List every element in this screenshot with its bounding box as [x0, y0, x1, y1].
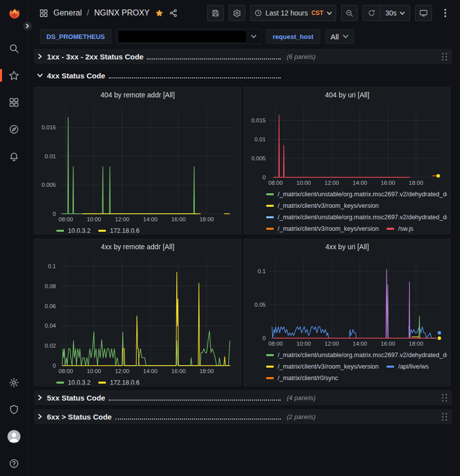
sidebar-item-dashboards[interactable]: [6, 95, 21, 110]
row-5xx[interactable]: 5xx Status Code (4 panels): [34, 390, 452, 405]
timezone-badge: CST: [311, 9, 323, 16]
svg-text:0: 0: [263, 174, 266, 180]
panel-title[interactable]: 4xx by uri [All]: [247, 239, 447, 254]
sidebar-item-alerting[interactable]: [6, 149, 21, 164]
timeseries-chart[interactable]: 08:0010:0012:0014:0016:0018:0000.020.040…: [37, 254, 237, 376]
sidebar-item-help[interactable]: [6, 456, 21, 471]
person-icon: [7, 430, 20, 443]
svg-text:0.1: 0.1: [258, 268, 266, 274]
legend-item[interactable]: /_matrix/client/unstable/org.matrix.msc2…: [266, 349, 447, 361]
legend-item[interactable]: /sw.js: [387, 223, 414, 234]
legend-label: /_matrix/client/unstable/org.matrix.msc2…: [278, 214, 447, 221]
svg-text:0.015: 0.015: [41, 124, 56, 130]
legend-item[interactable]: /_matrix/client/unstable/org.matrix.msc2…: [266, 384, 447, 386]
variable-dropdown-request-host[interactable]: All: [325, 29, 355, 44]
share-icon[interactable]: [169, 8, 178, 17]
tv-monitor-icon: [419, 8, 428, 17]
svg-text:0: 0: [263, 335, 266, 341]
chevron-down-icon: [251, 33, 257, 39]
panel-title[interactable]: 4xx by remote addr [All]: [37, 239, 238, 254]
legend-item[interactable]: 172.18.0.6: [98, 225, 139, 234]
legend-item[interactable]: /_matrix/client/v3/room_keys/version: [266, 223, 379, 234]
legend-item[interactable]: 10.0.3.2: [56, 225, 90, 234]
refresh-interval-dropdown[interactable]: 30s: [380, 5, 410, 20]
svg-text:18:00: 18:00: [199, 216, 214, 222]
sidebar-item-settings[interactable]: [6, 375, 21, 390]
legend-swatch: [266, 377, 274, 379]
refresh-button[interactable]: [363, 5, 380, 20]
legend-item[interactable]: /_matrix/client/v3/room_keys/version: [266, 361, 379, 372]
legend-item[interactable]: /_matrix/client/r0/sync: [266, 372, 338, 384]
dashboard-title[interactable]: NGINX PROXY: [94, 8, 149, 17]
expand-sidebar-button[interactable]: [22, 20, 33, 31]
variable-label-request-host[interactable]: request_host: [266, 29, 320, 44]
variable-label-ds-prometheus[interactable]: DS_PROMETHEUS: [40, 29, 111, 44]
legend-item[interactable]: /_matrix/client/unstable/org.matrix.msc2…: [266, 211, 447, 223]
timeseries-chart[interactable]: 08:0010:0012:0014:0016:0018:0000.050.1: [247, 254, 446, 348]
svg-text:08:00: 08:00: [58, 368, 73, 374]
sidebar-item-server-admin[interactable]: [6, 402, 21, 417]
legend-item[interactable]: 172.18.0.6: [98, 377, 139, 386]
time-range-picker[interactable]: Last 12 hours CST: [250, 5, 337, 21]
sidebar-item-profile[interactable]: [6, 429, 21, 444]
grafana-logo[interactable]: [6, 7, 21, 22]
active-section-indicator: [0, 69, 2, 82]
legend-item[interactable]: 10.0.3.2: [56, 377, 90, 386]
zoom-out-time-button[interactable]: [341, 5, 358, 21]
breadcrumb-section[interactable]: General: [53, 8, 82, 17]
save-icon: [211, 9, 220, 17]
gear-icon: [233, 9, 241, 17]
row-6xx[interactable]: 6xx > Status Code (2 panels): [34, 409, 452, 424]
legend-item[interactable]: /_matrix/client/unstable/org.matrix.msc2…: [266, 188, 447, 200]
dashboard-canvas: 1xx - 3xx - 2xx Status Code (6 panels) 4…: [28, 46, 460, 476]
panel-legend: /_matrix/client/unstable/org.matrix.msc2…: [247, 348, 447, 386]
chevron-right-icon: [37, 395, 43, 401]
favorite-star-icon[interactable]: [155, 8, 164, 17]
refresh-icon: [368, 9, 376, 17]
svg-text:0.05: 0.05: [255, 302, 266, 308]
legend-item[interactable]: /_matrix/client/v3/room_keys/version: [266, 200, 379, 211]
row-drag-handle-icon[interactable]: [441, 52, 448, 60]
legend-swatch: [266, 366, 274, 368]
panel-title[interactable]: 404 by uri [All]: [247, 87, 447, 102]
timeseries-chart[interactable]: 08:0010:0012:0014:0016:0018:0000.0050.01…: [247, 102, 446, 187]
breadcrumb-separator: /: [87, 8, 89, 17]
more-options-kebab[interactable]: [437, 5, 453, 21]
timeseries-chart[interactable]: 08:0010:0012:0014:0016:0018:0000.0050.01…: [37, 102, 237, 224]
row-dotted-leader: [147, 54, 281, 59]
row-1xx-3xx-2xx[interactable]: 1xx - 3xx - 2xx Status Code (6 panels): [34, 49, 452, 64]
legend-swatch: [266, 216, 274, 218]
row-panel-count: (2 panels): [287, 413, 316, 421]
chevron-down-icon: [327, 10, 332, 16]
legend-swatch: [98, 230, 106, 232]
shield-icon: [8, 404, 19, 415]
legend-swatch: [266, 193, 274, 195]
svg-text:10:00: 10:00: [87, 216, 101, 222]
svg-text:18:00: 18:00: [199, 368, 214, 374]
svg-text:0.1: 0.1: [48, 263, 56, 269]
avatar: [7, 430, 20, 443]
sidebar-item-search[interactable]: [6, 41, 21, 56]
sidebar-item-explore[interactable]: [6, 122, 21, 137]
legend-swatch: [387, 228, 394, 230]
legend-label: 10.0.3.2: [68, 379, 90, 386]
row-4xx[interactable]: 4xx Status Code: [34, 68, 452, 83]
panel-title[interactable]: 404 by remote addr [All]: [37, 87, 238, 102]
row-drag-handle-icon[interactable]: [441, 394, 448, 402]
save-dashboard-button[interactable]: [207, 5, 224, 21]
legend-swatch: [56, 382, 64, 384]
legend-label: /_matrix/client/v3/room_keys/version: [278, 225, 379, 232]
row-drag-handle-icon[interactable]: [441, 413, 448, 421]
time-range-label: Last 12 hours: [266, 9, 308, 17]
legend-label: /api/live/ws: [398, 363, 429, 370]
cycle-view-mode-button[interactable]: [415, 5, 432, 21]
legend-swatch: [266, 228, 274, 230]
legend-item[interactable]: /api/live/ws: [387, 361, 429, 372]
variable-dropdown-ds-prometheus[interactable]: [116, 29, 261, 44]
svg-text:16:00: 16:00: [171, 216, 186, 222]
dashboard-settings-button[interactable]: [229, 5, 245, 21]
legend-swatch: [387, 366, 394, 368]
legend-label: /_matrix/client/unstable/org.matrix.msc2…: [278, 352, 447, 359]
sidebar-item-starred[interactable]: [6, 68, 21, 83]
svg-text:14:00: 14:00: [143, 368, 158, 374]
